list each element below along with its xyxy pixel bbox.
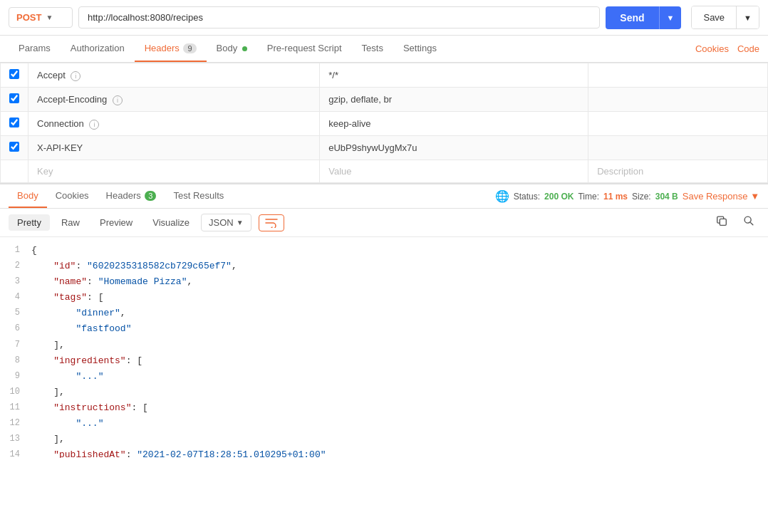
json-line-7: 7 ], xyxy=(0,338,768,353)
json-content-5: "dinner", xyxy=(31,306,762,321)
line-num-13: 13 xyxy=(6,432,31,447)
json-line-13: 13 ], xyxy=(0,432,768,447)
cookies-link[interactable]: Cookies xyxy=(695,43,729,54)
json-line-5: 5 "dinner", xyxy=(0,306,768,321)
resp-tab-test-results[interactable]: Test Results xyxy=(165,184,232,208)
tab-headers[interactable]: Headers 9 xyxy=(135,36,207,62)
tab-body[interactable]: Body xyxy=(207,36,257,62)
send-dropdown-button[interactable]: ▼ xyxy=(659,6,682,29)
method-chevron-icon: ▼ xyxy=(46,14,53,21)
headers-badge: 9 xyxy=(183,43,196,53)
body-dot xyxy=(242,46,247,51)
row4-desc xyxy=(588,136,768,160)
copy-button[interactable] xyxy=(711,213,732,232)
json-content-13: ], xyxy=(31,432,762,447)
tab-settings[interactable]: Settings xyxy=(393,36,447,62)
tab-params[interactable]: Params xyxy=(9,36,61,62)
format-raw-button[interactable]: Raw xyxy=(53,214,88,231)
accept-info-icon[interactable]: i xyxy=(71,71,81,81)
connection-info-icon[interactable]: i xyxy=(89,120,99,130)
format-pretty-button[interactable]: Pretty xyxy=(9,214,50,231)
json-content-11: "instructions": [ xyxy=(31,400,762,416)
tab-prerequest[interactable]: Pre-request Script xyxy=(257,36,352,62)
json-line-9: 9 "..." xyxy=(0,369,768,385)
placeholder-key: Key xyxy=(28,160,320,183)
send-button[interactable]: Send xyxy=(606,6,658,29)
json-value-fastfood: "fastfood" xyxy=(76,323,131,334)
format-right-actions xyxy=(711,213,759,232)
format-chevron-icon: ▼ xyxy=(237,219,244,226)
json-content-7: ], xyxy=(31,338,762,353)
table-row: Connection i keep-alive xyxy=(1,112,768,136)
json-content-9: "..." xyxy=(31,369,762,385)
accept-encoding-info-icon[interactable]: i xyxy=(113,95,123,105)
method-label: POST xyxy=(16,12,41,23)
send-btn-group: Send ▼ xyxy=(606,6,681,29)
row1-value: */* xyxy=(320,63,588,88)
svg-rect-0 xyxy=(720,219,726,225)
top-bar: POST ▼ Send ▼ Save ▼ xyxy=(0,0,768,36)
row1-checkbox[interactable] xyxy=(9,69,19,79)
row3-value: keep-alive xyxy=(320,112,588,136)
response-section: Body Cookies Headers 3 Test Results 🌐 St… xyxy=(0,183,768,458)
json-content-10: ], xyxy=(31,385,762,400)
row2-checkbox[interactable] xyxy=(9,93,19,103)
wrap-button[interactable] xyxy=(259,214,284,231)
line-num-2: 2 xyxy=(6,259,31,274)
save-response-button[interactable]: Save Response ▼ xyxy=(683,191,759,202)
resp-tab-cookies[interactable]: Cookies xyxy=(47,184,98,208)
json-viewer: 1 { 2 "id": "6020235318582cb729c65ef7", … xyxy=(0,237,768,458)
line-num-11: 11 xyxy=(6,400,31,416)
tab-authorization[interactable]: Authorization xyxy=(61,36,135,62)
json-content-4: "tags": [ xyxy=(31,290,762,306)
response-status: 🌐 Status: 200 OK Time: 11 ms Size: 304 B… xyxy=(495,189,759,203)
svg-point-1 xyxy=(744,217,751,223)
line-num-10: 10 xyxy=(6,385,31,400)
size-value: 304 B xyxy=(655,192,678,202)
json-key-id: "id" xyxy=(53,261,76,271)
status-label: Status: xyxy=(514,192,540,202)
save-dropdown-button[interactable]: ▼ xyxy=(736,6,759,28)
json-content-3: "name": "Homemade Pizza", xyxy=(31,274,762,290)
row4-checkbox[interactable] xyxy=(9,142,19,152)
tab-tests[interactable]: Tests xyxy=(352,36,393,62)
format-visualize-button[interactable]: Visualize xyxy=(144,214,198,231)
request-tabs: Params Authorization Headers 9 Body Pre-… xyxy=(0,36,768,63)
resp-tab-headers[interactable]: Headers 3 xyxy=(98,184,165,208)
format-preview-button[interactable]: Preview xyxy=(91,214,141,231)
copy-icon xyxy=(715,214,728,227)
method-select[interactable]: POST ▼ xyxy=(9,7,73,28)
json-content-12: "..." xyxy=(31,416,762,432)
time-value: 11 ms xyxy=(603,192,628,202)
json-line-6: 6 "fastfood" xyxy=(0,321,768,337)
url-input[interactable] xyxy=(78,6,600,28)
wrap-icon xyxy=(265,218,278,228)
headers-table: Accept i */* Accept-Encoding i gzip, def… xyxy=(0,63,768,183)
line-num-4: 4 xyxy=(6,290,31,306)
line-num-14: 14 xyxy=(6,447,31,458)
json-value-name: "Homemade Pizza" xyxy=(98,276,187,287)
json-line-10: 10 ], xyxy=(0,385,768,400)
json-line-11: 11 "instructions": [ xyxy=(0,400,768,416)
line-num-9: 9 xyxy=(6,369,31,385)
json-key-ingredients: "ingredients" xyxy=(53,355,125,366)
row3-checkbox[interactable] xyxy=(9,118,19,127)
line-num-8: 8 xyxy=(6,353,31,369)
save-button[interactable]: Save xyxy=(692,6,736,28)
search-button[interactable] xyxy=(738,213,759,232)
code-link[interactable]: Code xyxy=(737,43,759,54)
json-content-2: "id": "6020235318582cb729c65ef7", xyxy=(31,259,762,274)
line-num-6: 6 xyxy=(6,321,31,337)
row2-desc xyxy=(588,88,768,112)
resp-tab-body[interactable]: Body xyxy=(9,184,47,208)
json-content-14: "publishedAt": "2021-02-07T18:28:51.0102… xyxy=(31,447,762,458)
line-num-7: 7 xyxy=(6,338,31,353)
format-type-label: JSON xyxy=(209,217,234,228)
format-type-select[interactable]: JSON ▼ xyxy=(201,214,251,231)
row3-key: Connection i xyxy=(28,112,320,136)
placeholder-value: Value xyxy=(320,160,588,183)
json-value-dinner: "dinner" xyxy=(76,308,120,318)
json-line-14: 14 "publishedAt": "2021-02-07T18:28:51.0… xyxy=(0,447,768,458)
line-num-3: 3 xyxy=(6,274,31,290)
line-num-12: 12 xyxy=(6,416,31,432)
